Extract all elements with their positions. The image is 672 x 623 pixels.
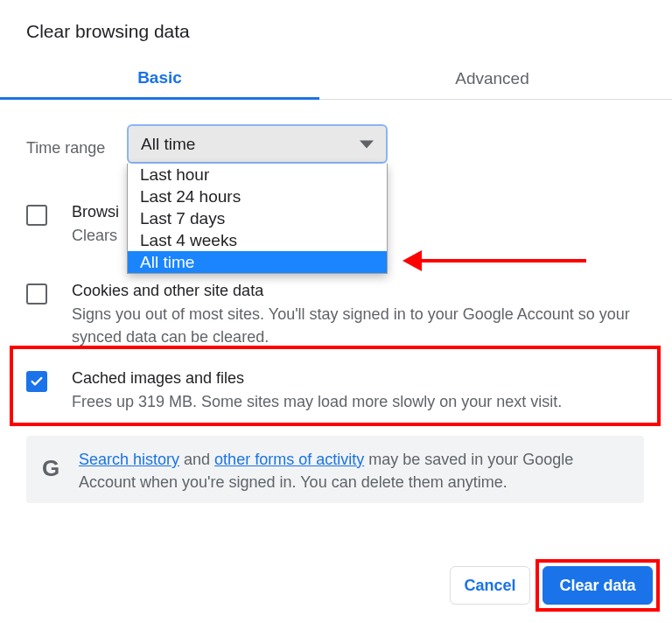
time-range-option-last-4-weeks[interactable]: Last 4 weeks bbox=[128, 229, 387, 251]
checkbox-cached[interactable] bbox=[26, 371, 47, 392]
arrow-left-icon bbox=[402, 250, 422, 271]
tab-basic[interactable]: Basic bbox=[0, 58, 319, 100]
time-range-selected-value: All time bbox=[141, 135, 195, 154]
time-range-label: Time range bbox=[26, 139, 105, 158]
google-account-info: G Search history and other forms of acti… bbox=[26, 436, 644, 503]
info-text: Search history and other forms of activi… bbox=[79, 448, 628, 491]
chevron-down-icon bbox=[360, 140, 374, 148]
checkbox-browsing-history[interactable] bbox=[26, 205, 47, 226]
link-search-history[interactable]: Search history bbox=[79, 451, 179, 468]
time-range-dropdown: Last hour Last 24 hours Last 7 days Last… bbox=[127, 164, 388, 274]
check-icon bbox=[30, 374, 44, 388]
option-title: Cookies and other site data bbox=[72, 278, 649, 303]
time-range-option-last-hour[interactable]: Last hour bbox=[128, 164, 387, 186]
option-desc: Signs you out of most sites. You'll stay… bbox=[72, 303, 649, 348]
tab-advanced[interactable]: Advanced bbox=[319, 58, 665, 100]
option-title: Browsi bbox=[72, 200, 119, 224]
time-range-option-last-24-hours[interactable]: Last 24 hours bbox=[128, 186, 387, 207]
option-desc: Frees up 319 MB. Some sites may load mor… bbox=[72, 390, 562, 413]
google-logo-icon: G bbox=[42, 455, 65, 478]
dialog-footer: Cancel Clear data bbox=[0, 558, 672, 612]
option-title: Cached images and files bbox=[72, 366, 562, 390]
tab-bar: Basic Advanced bbox=[0, 58, 672, 100]
clear-data-button[interactable]: Clear data bbox=[542, 566, 653, 605]
annotation-arrow bbox=[402, 256, 586, 264]
cancel-button[interactable]: Cancel bbox=[450, 566, 530, 605]
link-other-activity[interactable]: other forms of activity bbox=[214, 451, 364, 468]
time-range-select[interactable]: All time bbox=[127, 124, 388, 164]
clear-browsing-data-dialog: Clear browsing data Basic Advanced Time … bbox=[0, 0, 672, 623]
time-range-option-all-time[interactable]: All time bbox=[128, 251, 387, 273]
option-desc: Clears bbox=[72, 224, 119, 247]
time-range-option-last-7-days[interactable]: Last 7 days bbox=[128, 207, 387, 229]
dialog-title: Clear browsing data bbox=[26, 21, 190, 42]
checkbox-cookies[interactable] bbox=[26, 284, 47, 304]
